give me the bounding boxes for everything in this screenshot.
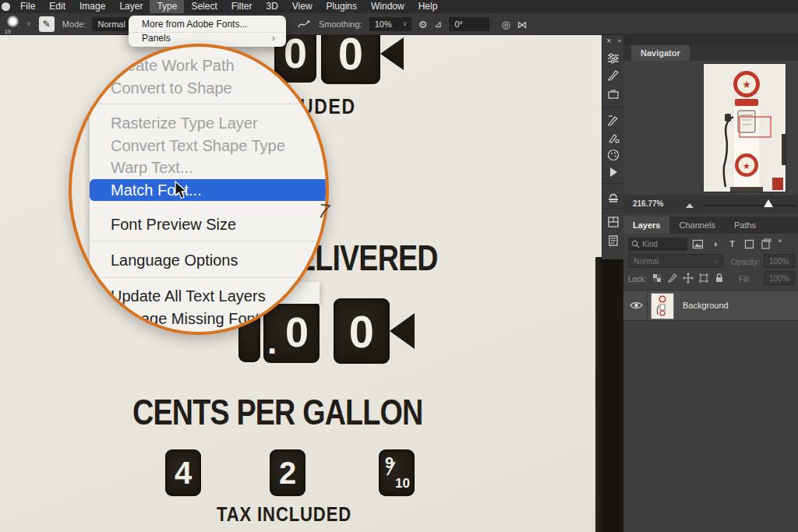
smoothing-curve-icon[interactable] [298,19,312,30]
layers-tab-row: Layers Channels Paths [623,217,798,234]
lock-pixels-brush-icon[interactable] [667,273,678,284]
brush-size-label: 19 [5,29,11,34]
layers-panel: Kind ◑ T ● Normal ∨ Opacity: [623,234,798,506]
layer-filter-kind-dropdown[interactable]: Kind [628,238,687,251]
filter-adjustment-layers-icon[interactable]: ◑ [709,238,721,250]
menu-item-font-preview-size[interactable]: Font Preview Size [90,213,329,236]
menu-item-language-options[interactable]: Language Options [90,249,329,272]
menu-type[interactable]: Type [150,0,184,13]
mixer-brush-icon[interactable] [607,132,620,144]
filter-shape-layers-icon[interactable] [743,238,755,250]
smoothing-value-field[interactable]: 10% [369,17,399,31]
navigator-zoom-row: 216.77% [623,195,798,213]
lock-row: Lock: Fill: 100% [623,273,798,287]
svg-text:★: ★ [742,79,751,90]
mode-label: Mode: [62,19,87,29]
lock-all-padlock-icon[interactable] [714,273,725,284]
brush-angle-icon: ⊿ [434,19,442,30]
blend-mode-row: Normal ∨ Opacity: 100% [623,254,798,270]
close-icon[interactable]: ✕ [606,37,612,44]
menu-layer[interactable]: Layer [112,0,150,13]
magnifier-circle-annotation: › Create Work Path Convert to Shape Rast… [69,44,329,335]
lock-label: Lock: [628,275,647,284]
scan-dark-edge [595,257,623,532]
lock-position-move-icon[interactable] [683,273,694,284]
filter-toggle-dot-icon[interactable]: ● [778,237,782,245]
menu-view[interactable]: View [285,0,320,13]
layer-visibility-eye-icon[interactable] [630,301,643,310]
price-digit: 0 [285,308,309,356]
menu-item-convert-text-shape-type: Convert Text Shape Type [90,135,329,157]
zoom-out-icon[interactable] [686,203,694,208]
brushes-panel-icon[interactable] [607,115,620,127]
menu-file[interactable]: File [13,0,42,13]
gas-pump-preview-image: ★ ★ [704,64,786,192]
expand-panels-icon[interactable]: » [618,37,621,44]
price-tile-digit: 4 [175,456,192,491]
layer-thumbnail[interactable] [651,294,673,319]
brush-settings-icon[interactable] [607,69,620,82]
tab-navigator[interactable]: Navigator [631,45,690,61]
filter-smart-objects-icon[interactable] [761,238,772,250]
search-icon [631,240,640,248]
type-menu-dropdown: More from Adobe Fonts... Panels › [129,16,286,47]
price-tile-digit: 2 [279,456,296,491]
tab-layers[interactable]: Layers [623,217,669,234]
menu-select[interactable]: Select [184,0,224,13]
blend-mode-dropdown-disabled: Normal ∨ [628,254,723,268]
menu-item-rasterize-type-layer: Rasterize Type Layer [90,112,329,135]
tab-paths[interactable]: Paths [725,217,765,234]
tax-included-text: TAX INCLUDED [217,502,376,527]
options-bar-right-group: Smoothing: 10% ∨ ⚙ ⊿ 0° ◎ ⋈ [298,13,528,35]
right-panel-group: Navigator ★ ★ [623,35,798,532]
clone-source-stamp-icon[interactable] [607,191,620,203]
tab-channels[interactable]: Channels [669,217,724,234]
chevron-down-icon[interactable]: ∨ [26,20,31,27]
filter-type-layers-icon[interactable]: T [726,238,738,250]
price-tile: 2 [270,449,305,496]
lock-transparency-icon[interactable] [651,273,662,284]
apple-logo-icon[interactable] [2,2,10,11]
zoom-level-value[interactable]: 216.77% [633,199,663,208]
zoom-slider-thumb[interactable] [764,199,773,207]
gallons-digit: 0 [284,29,307,77]
swatches-palette-icon[interactable] [607,149,620,161]
opacity-value-field: 100% [764,254,795,268]
menu-filter[interactable]: Filter [224,0,260,13]
tool-presets-icon[interactable] [607,88,620,100]
chevron-down-icon[interactable]: ∨ [399,17,411,31]
row-divider [647,291,648,322]
counter-pointer-icon [380,37,404,70]
smoothing-options-gear-icon[interactable]: ⚙ [418,19,428,30]
layer-row-background[interactable]: Background [623,290,798,321]
filter-pixel-layers-icon[interactable] [692,238,704,250]
symmetry-butterfly-icon[interactable]: ⋈ [517,19,528,30]
menu-edit[interactable]: Edit [42,0,72,13]
brush-angle-field[interactable]: 0° [449,17,489,31]
adjustments-panel-icon[interactable] [607,234,620,247]
menu-plugins[interactable]: Plugins [320,0,364,13]
fill-value-field: 100% [764,271,795,285]
menu-divider [90,104,329,104]
libraries-panel-icon[interactable] [607,216,620,228]
lock-artboard-icon[interactable] [698,273,709,284]
menu-help[interactable]: Help [411,0,445,13]
navigator-thumbnail[interactable]: ★ ★ [704,64,786,192]
menu-image[interactable]: Image [72,0,112,13]
chevron-down-icon: ∨ [714,255,719,269]
price-digit: 0 [349,305,374,358]
brush-panel-toggle-button[interactable]: ✎ [39,16,55,32]
price-decimal-point: . [267,322,277,361]
menu-item-more-from-adobe-fonts[interactable]: More from Adobe Fonts... [129,16,286,32]
cents-per-gallon-text: CENTS PER GALLON [132,391,486,433]
properties-sliders-icon[interactable] [607,52,620,65]
brush-preset-picker[interactable]: 19 [5,14,22,34]
price-tile-fraction: 9 / 10 [379,449,415,496]
actions-play-icon[interactable] [607,166,620,178]
zoom-slider-track[interactable] [703,205,796,206]
airbrush-icon[interactable]: ◎ [501,19,510,30]
menu-3d[interactable]: 3D [259,0,284,13]
menu-item-match-font[interactable]: Match Font... [90,179,329,201]
menu-window[interactable]: Window [364,0,411,13]
navigator-panel: ★ ★ [623,61,798,195]
